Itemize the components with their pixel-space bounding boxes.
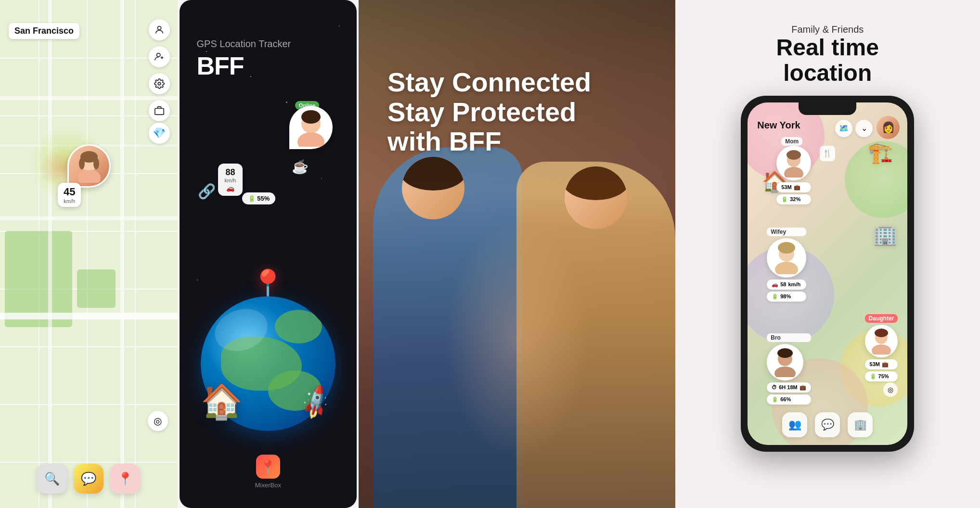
daughter-speed: 53M: [870, 361, 880, 367]
diamond-button[interactable]: 💎: [149, 123, 170, 144]
svg-point-1: [156, 53, 160, 57]
p2-title: BFF: [197, 51, 291, 80]
p2-subtitle: GPS Location Tracker: [197, 38, 291, 50]
p3-text-overlay: Stay Connected Stay Protected with BFF: [387, 67, 591, 156]
bro-name-label: Bro: [767, 333, 811, 342]
battery-value: 55%: [257, 195, 270, 202]
phone-compass[interactable]: ◎: [883, 382, 898, 397]
title-line2: location: [783, 60, 872, 86]
search-button[interactable]: 🔍: [37, 464, 67, 494]
svg-point-20: [774, 367, 796, 377]
daughter-battery-badge: 🔋 75%: [865, 371, 898, 381]
svg-rect-3: [155, 108, 163, 114]
location-button[interactable]: 📍: [110, 464, 140, 494]
globe-scene: 📍 🏠 🚀: [196, 277, 340, 431]
mom-speed-badge: 53M 💼: [776, 182, 811, 192]
svg-point-14: [784, 167, 803, 178]
daughter-speed-badge: 53M 💼: [865, 359, 898, 369]
logo-icon: 📍: [256, 455, 280, 479]
line-2: Stay Protected: [387, 97, 591, 127]
svg-point-0: [157, 26, 161, 30]
mom-battery: 32%: [790, 196, 800, 202]
bro-group: Bro ⏱ 6H 18M 💼 🔋 66%: [767, 333, 811, 405]
bro-time: 6H 18M: [779, 384, 798, 390]
p3-headline: Stay Connected Stay Protected with BFF: [387, 67, 591, 156]
phone-screen: New York 👩 🗺️ ⌄ 🏗️ 🏢 🏠 🍴 Mom: [748, 102, 907, 445]
panel-2-bff: GPS Location Tracker BFF 📍 🏠 🚀 Online 88: [180, 0, 357, 508]
panel-3-photo: Stay Connected Stay Protected with BFF: [359, 0, 675, 508]
svg-point-2: [158, 82, 161, 85]
p4-user-avatar[interactable]: 👩: [877, 116, 900, 139]
map-controls: 🗺️ ⌄: [835, 120, 873, 137]
p4-title: Real time location: [776, 35, 879, 86]
lighting: [445, 219, 589, 460]
map-road: [120, 0, 124, 508]
panel-1-map: San Francisco 💎: [0, 0, 178, 508]
people-nav-button[interactable]: 👥: [782, 412, 807, 437]
wifey-speed-unit: km/h: [788, 281, 801, 287]
map-layers-button[interactable]: 🗺️: [835, 120, 852, 137]
p4-header: Family & Friends Real time location: [776, 0, 879, 86]
daughter-name-label: Daughter: [865, 314, 898, 323]
bottom-navigation: 🔍 💬 📍: [37, 464, 140, 494]
daughter-briefcase: 💼: [882, 361, 889, 368]
svg-point-18: [778, 242, 795, 254]
p4-city-label: New York: [757, 120, 800, 131]
svg-point-8: [79, 158, 85, 169]
profile-button[interactable]: [149, 19, 170, 40]
map-grid-v: [87, 0, 88, 508]
mixerbox-logo: 📍 MixerBox: [255, 455, 281, 489]
wifey-battery-badge: 🔋 98%: [767, 292, 806, 302]
building-icon-1: 🏗️: [868, 141, 893, 165]
chevron-down-button[interactable]: ⌄: [855, 120, 873, 137]
speed-badge: 45 km/h: [58, 183, 81, 207]
wifey-speed: 58: [780, 281, 786, 287]
line-3: with BFF: [387, 127, 591, 156]
wifey-avatar[interactable]: [767, 238, 806, 278]
places-nav-button[interactable]: 🏢: [848, 412, 873, 437]
bro-avatar[interactable]: [767, 344, 803, 381]
svg-point-12: [301, 110, 321, 124]
svg-point-17: [775, 262, 798, 274]
speed-value: 45: [64, 186, 75, 198]
house-icon: 🏠: [201, 382, 243, 421]
chat-nav-button[interactable]: 💬: [815, 412, 840, 437]
map-road: [0, 216, 178, 220]
mom-battery-badge: 🔋 32%: [776, 194, 811, 204]
svg-point-21: [777, 348, 793, 358]
food-icon[interactable]: 🍴: [820, 146, 835, 161]
daughter-group: Daughter 53M 💼 🔋 75%: [865, 314, 898, 381]
phone-frame: New York 👩 🗺️ ⌄ 🏗️ 🏢 🏠 🍴 Mom: [741, 96, 914, 452]
add-person-button[interactable]: [149, 46, 170, 67]
chat-button[interactable]: 💬: [74, 464, 103, 494]
map-road: [48, 0, 52, 508]
coffee-icon: ☕: [292, 159, 309, 175]
svg-point-5: [77, 169, 101, 183]
speed-unit: km/h: [225, 178, 236, 183]
compass-button[interactable]: ◎: [148, 411, 168, 431]
right-icon-column: [149, 19, 170, 121]
chain-icon: 🔗: [198, 183, 216, 200]
wifey-speed-badge: 🚗 58 km/h: [767, 279, 806, 290]
daughter-avatar[interactable]: [865, 325, 898, 357]
map-grid-h: [0, 346, 178, 347]
phone-notch: [799, 102, 856, 115]
mom-name-label: Mom: [781, 137, 802, 146]
user-avatar[interactable]: [67, 144, 111, 188]
speed-value: 88: [225, 167, 236, 178]
map-grid-h: [0, 462, 178, 463]
svg-point-24: [875, 329, 888, 337]
settings-button[interactable]: [149, 73, 170, 94]
city-label: San Francisco: [9, 23, 79, 39]
map-road: [0, 313, 178, 319]
daughter-battery: 75%: [878, 373, 889, 379]
tracked-user-avatar: [289, 106, 333, 149]
line-1: Stay Connected: [387, 67, 591, 97]
p4-subtitle: Family & Friends: [776, 24, 879, 35]
mom-speed: 53M: [781, 184, 791, 190]
speed-bubble: 88 km/h 🚗: [218, 164, 243, 196]
mom-avatar[interactable]: [776, 146, 811, 180]
speed-unit: km/h: [64, 198, 75, 204]
wifey-name-label: Wifey: [767, 228, 806, 236]
briefcase-button[interactable]: [149, 100, 170, 121]
